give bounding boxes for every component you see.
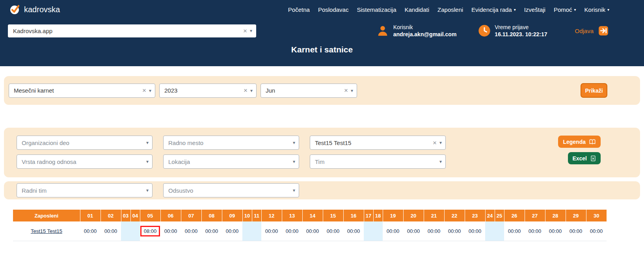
day-header-25: 25 bbox=[495, 210, 504, 221]
karnet-type-value: Mesečni karnet bbox=[14, 87, 54, 94]
top-navbar: kadrovska PočetnaPoslodavacSistematizaci… bbox=[0, 0, 644, 19]
clear-icon[interactable]: × bbox=[344, 87, 348, 94]
chevron-down-icon[interactable]: ▾ bbox=[293, 188, 295, 193]
logout-button[interactable]: Odjava bbox=[575, 25, 609, 37]
app-select[interactable]: Kadrovska.app × ▾ bbox=[8, 24, 256, 37]
legenda-label: Legenda bbox=[563, 139, 586, 145]
chevron-down-icon[interactable]: ▾ bbox=[146, 140, 149, 145]
nav-item-izve-taji[interactable]: Izveštaji bbox=[524, 6, 545, 13]
nav-item-po-etna[interactable]: Početna bbox=[288, 6, 310, 13]
odsustvo-select[interactable]: Odsustvo ▾ bbox=[163, 183, 299, 197]
day-cell-05[interactable]: 08:00 bbox=[140, 221, 160, 241]
chevron-down-icon[interactable]: ▾ bbox=[146, 159, 149, 164]
nav-item-zaposleni[interactable]: Zaposleni bbox=[437, 6, 463, 13]
show-button[interactable]: Prikaži bbox=[581, 83, 607, 98]
nav-item-kandidati[interactable]: Kandidati bbox=[405, 6, 430, 13]
period-filter-panel: Mesečni karnet × ▾ 2023 × ▾ Jun × ▾ Prik… bbox=[4, 76, 640, 105]
day-cell-20[interactable]: 00:00 bbox=[403, 221, 424, 241]
clear-icon[interactable]: × bbox=[244, 87, 248, 94]
day-cell-16[interactable]: 00:00 bbox=[343, 221, 364, 241]
chevron-down-icon[interactable]: ▾ bbox=[149, 88, 151, 93]
chevron-down-icon[interactable]: ▾ bbox=[293, 140, 295, 145]
day-header-27: 27 bbox=[525, 210, 545, 221]
chevron-down-icon[interactable]: ▾ bbox=[351, 88, 353, 93]
clear-icon[interactable]: × bbox=[243, 28, 247, 34]
vrsta-radnog-odnosa-select[interactable]: Vrsta radnog odnosa ▾ bbox=[17, 154, 153, 169]
day-cell-21[interactable]: 00:00 bbox=[424, 221, 444, 241]
brand-logo-icon bbox=[9, 4, 20, 15]
nav-item-poslodavac[interactable]: Poslodavac bbox=[318, 6, 349, 13]
day-header-15: 15 bbox=[323, 210, 343, 221]
excel-label: Excel bbox=[572, 155, 587, 162]
karnet-table-wrap: Zaposleni0102030405060708091011121314151… bbox=[13, 210, 644, 241]
nav-item-evidencija-rada[interactable]: Evidencija rada▾ bbox=[471, 6, 516, 13]
day-header-23: 23 bbox=[465, 210, 485, 221]
nav-item-pomo-[interactable]: Pomoć▾ bbox=[554, 6, 576, 13]
cell-value: 00:00 bbox=[547, 227, 564, 235]
chevron-down-icon[interactable]: ▾ bbox=[439, 140, 442, 145]
nav-item-label: Zaposleni bbox=[437, 6, 463, 13]
employees-header: Zaposleni bbox=[13, 210, 80, 221]
day-cell-30[interactable]: 00:00 bbox=[586, 221, 607, 241]
day-cell-26[interactable]: 00:00 bbox=[504, 221, 525, 241]
cell-value: 00:00 bbox=[102, 227, 119, 235]
day-header-20: 20 bbox=[403, 210, 424, 221]
tim-select[interactable]: Tim ▾ bbox=[310, 154, 446, 169]
tim-placeholder: Tim bbox=[315, 158, 324, 165]
chevron-down-icon[interactable]: ▾ bbox=[250, 88, 253, 93]
excel-button[interactable]: Excel bbox=[568, 152, 601, 164]
month-select[interactable]: Jun × ▾ bbox=[261, 84, 357, 98]
employee-name-cell: Test15 Test15 bbox=[13, 221, 80, 241]
day-header-22: 22 bbox=[444, 210, 465, 221]
day-cell-19[interactable]: 00:00 bbox=[383, 221, 403, 241]
book-icon bbox=[589, 138, 596, 145]
chevron-down-icon: ▾ bbox=[514, 8, 516, 12]
chevron-down-icon[interactable]: ▾ bbox=[439, 159, 442, 164]
cell-value: 00:00 bbox=[82, 227, 99, 235]
chevron-down-icon[interactable]: ▾ bbox=[293, 159, 295, 164]
employee-select[interactable]: Test15 Test15 × ▾ bbox=[310, 136, 446, 150]
day-cell-02[interactable]: 00:00 bbox=[101, 221, 121, 241]
radni-tim-select[interactable]: Radni tim ▾ bbox=[17, 183, 153, 197]
day-cell-01[interactable]: 00:00 bbox=[80, 221, 101, 241]
day-cell-06[interactable]: 00:00 bbox=[160, 221, 181, 241]
cell-value: 00:00 bbox=[162, 227, 179, 235]
cell-value: 00:00 bbox=[345, 227, 362, 235]
chevron-down-icon[interactable]: ▾ bbox=[146, 188, 149, 193]
table-header-row: Zaposleni0102030405060708091011121314151… bbox=[13, 210, 607, 221]
karnet-type-select[interactable]: Mesečni karnet × ▾ bbox=[9, 84, 155, 98]
main-nav: PočetnaPoslodavacSistematizacijaKandidat… bbox=[288, 6, 609, 13]
day-cell-08[interactable]: 00:00 bbox=[201, 221, 222, 241]
lokacija-select[interactable]: Lokacija ▾ bbox=[163, 154, 299, 169]
day-cell-07[interactable]: 00:00 bbox=[181, 221, 201, 241]
cell-value: 00:00 bbox=[588, 227, 605, 235]
day-cell-15[interactable]: 00:00 bbox=[323, 221, 343, 241]
day-cell-12[interactable]: 00:00 bbox=[261, 221, 282, 241]
day-cell-14[interactable]: 00:00 bbox=[302, 221, 323, 241]
day-header-04: 04 bbox=[130, 210, 140, 221]
highlighted-value: 08:00 bbox=[140, 226, 160, 236]
radno-mesto-select[interactable]: Radno mesto ▾ bbox=[163, 136, 299, 150]
clock-icon bbox=[478, 24, 491, 37]
year-select[interactable]: 2023 × ▾ bbox=[159, 84, 257, 98]
org-unit-select[interactable]: Organizacioni deo ▾ bbox=[17, 136, 153, 150]
clear-icon[interactable]: × bbox=[142, 87, 146, 94]
day-cell-23[interactable]: 00:00 bbox=[465, 221, 485, 241]
day-cell-22[interactable]: 00:00 bbox=[444, 221, 465, 241]
day-cell-28[interactable]: 00:00 bbox=[545, 221, 566, 241]
logout-icon bbox=[597, 25, 609, 37]
employee-link[interactable]: Test15 Test15 bbox=[31, 228, 62, 234]
day-cell-09[interactable]: 00:00 bbox=[222, 221, 242, 241]
day-cell-29[interactable]: 00:00 bbox=[566, 221, 586, 241]
brand[interactable]: kadrovska bbox=[9, 4, 60, 15]
nav-item-korisnik[interactable]: Korisnik▾ bbox=[584, 6, 609, 13]
day-cell-27[interactable]: 00:00 bbox=[525, 221, 545, 241]
clear-icon[interactable]: × bbox=[433, 140, 437, 146]
day-header-08: 08 bbox=[201, 210, 222, 221]
nav-item-sistematizacija[interactable]: Sistematizacija bbox=[357, 6, 396, 13]
nav-item-label: Sistematizacija bbox=[357, 6, 396, 13]
legenda-button[interactable]: Legenda bbox=[558, 136, 601, 148]
radno-mesto-placeholder: Radno mesto bbox=[168, 140, 203, 146]
chevron-down-icon[interactable]: ▾ bbox=[250, 28, 252, 33]
day-cell-13[interactable]: 00:00 bbox=[282, 221, 302, 241]
